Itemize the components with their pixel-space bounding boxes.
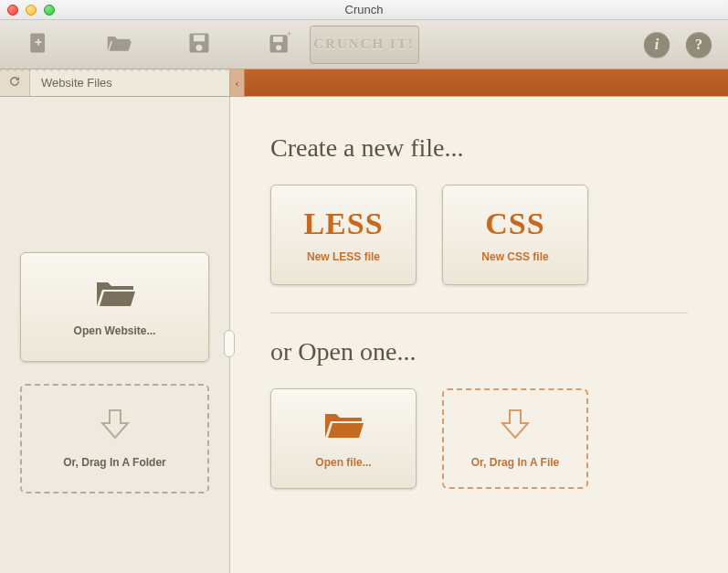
svg-text:+: + — [287, 30, 291, 38]
disk-icon — [185, 30, 214, 59]
help-icon: ? — [695, 37, 702, 53]
tab-website-files[interactable]: Website Files — [29, 69, 229, 96]
folder-open-icon — [322, 407, 365, 447]
collapse-sidebar-button[interactable]: ‹ — [230, 69, 245, 96]
drag-file-dropzone[interactable]: Or, Drag In A File — [442, 388, 588, 489]
drag-file-label: Or, Drag In A File — [471, 456, 559, 471]
divider — [270, 313, 688, 313]
crunch-it-label: CRUNCH IT! — [313, 37, 414, 52]
download-arrow-icon — [93, 407, 137, 447]
new-file-button[interactable] — [16, 28, 60, 61]
svg-rect-2 — [37, 38, 39, 45]
subheader-left: Website Files — [0, 69, 230, 96]
subheader: Website Files ‹ — [0, 69, 728, 97]
svg-rect-4 — [194, 35, 205, 41]
info-button[interactable]: i — [644, 32, 670, 58]
tab-label: Website Files — [41, 76, 112, 90]
sidebar-resize-handle[interactable] — [224, 330, 235, 357]
traffic-lights — [0, 5, 55, 16]
new-less-file-card[interactable]: LESS New LESS file — [270, 185, 417, 285]
open-folder-button[interactable] — [97, 28, 141, 61]
css-sub-label: New CSS file — [481, 250, 548, 263]
folder-open-icon — [93, 275, 137, 315]
drag-folder-dropzone[interactable]: Or, Drag In A Folder — [20, 384, 209, 493]
download-arrow-icon — [493, 407, 537, 447]
drag-folder-label: Or, Drag In A Folder — [63, 456, 165, 471]
open-file-label: Open file... — [315, 456, 371, 471]
body: Open Website... Or, Drag In A Folder Cre… — [0, 97, 728, 573]
crunch-it-button[interactable]: CRUNCH IT! — [310, 26, 419, 64]
open-row: Open file... Or, Drag In A File — [270, 388, 688, 489]
titlebar: Crunch — [0, 0, 728, 20]
open-file-card[interactable]: Open file... — [270, 388, 417, 489]
new-file-icon — [24, 30, 53, 59]
subheader-right: ‹ — [230, 69, 728, 96]
svg-rect-7 — [273, 37, 283, 42]
new-css-file-card[interactable]: CSS New CSS file — [442, 185, 588, 285]
chevron-left-icon: ‹ — [236, 78, 239, 89]
refresh-button[interactable] — [4, 72, 26, 94]
sidebar: Open Website... Or, Drag In A Folder — [0, 97, 230, 573]
minimize-window-button[interactable] — [26, 5, 37, 16]
open-website-label: Open Website... — [74, 324, 156, 339]
open-website-card[interactable]: Open Website... — [20, 252, 209, 362]
save-button[interactable] — [177, 28, 221, 61]
help-button[interactable]: ? — [686, 32, 712, 58]
folder-open-icon — [104, 30, 133, 59]
svg-point-5 — [196, 44, 203, 50]
main-panel: Create a new file... LESS New LESS file … — [230, 97, 728, 573]
close-window-button[interactable] — [7, 5, 18, 16]
less-sub-label: New LESS file — [307, 250, 380, 263]
save-as-button[interactable]: + — [258, 28, 301, 61]
zoom-window-button[interactable] — [44, 5, 55, 16]
less-big-label: LESS — [303, 207, 383, 241]
refresh-icon — [7, 74, 22, 92]
info-icon: i — [655, 37, 659, 53]
css-big-label: CSS — [485, 207, 544, 241]
create-row: LESS New LESS file CSS New CSS file — [270, 185, 688, 285]
toolbar: + CRUNCH IT! i ? — [0, 20, 728, 69]
open-heading: or Open one... — [270, 337, 688, 366]
disk-plus-icon: + — [265, 30, 294, 59]
svg-point-8 — [276, 45, 281, 50]
create-heading: Create a new file... — [270, 133, 688, 163]
window-title: Crunch — [0, 3, 728, 16]
